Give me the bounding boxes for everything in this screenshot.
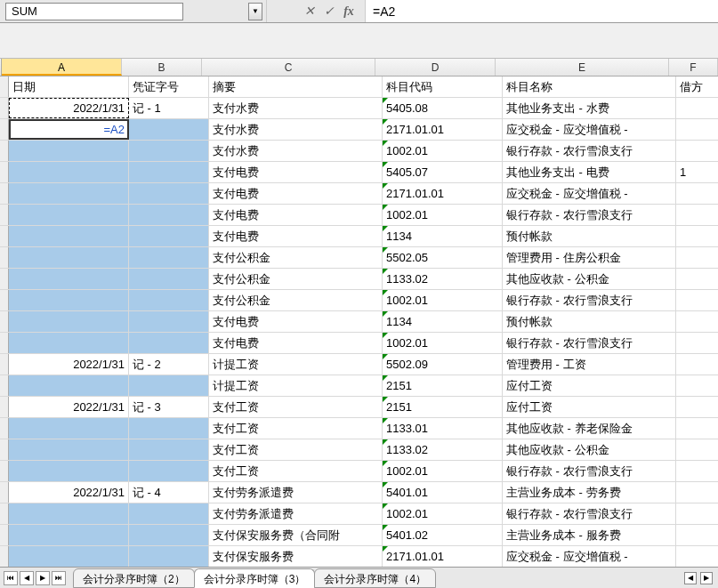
cell[interactable] — [676, 397, 718, 417]
cell[interactable]: 摘要 — [209, 77, 383, 97]
cell[interactable]: 1002.01 — [383, 333, 503, 353]
cell[interactable]: 银行存款 - 农行雪浪支行 — [503, 503, 676, 524]
cell[interactable]: 支付公积金 — [209, 269, 383, 289]
cell[interactable]: 主营业务成本 - 服务费 — [503, 525, 676, 545]
cell[interactable]: 其他应收款 - 养老保险金 — [503, 418, 676, 439]
cell[interactable]: 1133.01 — [383, 418, 503, 439]
cell[interactable] — [676, 461, 718, 481]
cell[interactable]: 银行存款 - 农行雪浪支行 — [503, 205, 676, 225]
cell[interactable]: 1002.01 — [383, 290, 503, 310]
cell[interactable]: 银行存款 - 农行雪浪支行 — [503, 141, 676, 161]
cell[interactable]: 主营业务成本 - 劳务费 — [503, 482, 676, 503]
row-lead[interactable] — [0, 162, 9, 182]
cell[interactable] — [9, 141, 129, 161]
cell[interactable]: 支付电费 — [209, 226, 383, 246]
cell[interactable]: 支付保安服务费（合同附 — [209, 525, 383, 545]
cell[interactable]: 凭证字号 — [129, 77, 209, 97]
row-lead[interactable] — [0, 77, 9, 97]
row-lead[interactable] — [0, 333, 9, 353]
tab-prev-icon[interactable]: ◀ — [20, 571, 34, 585]
cell[interactable] — [676, 183, 718, 204]
cell[interactable]: 记 - 4 — [129, 482, 209, 503]
cell[interactable] — [676, 333, 718, 353]
cell[interactable]: 1134 — [383, 311, 503, 332]
cell[interactable]: 日期 — [9, 77, 129, 97]
cell[interactable]: 预付帐款 — [503, 226, 676, 246]
cell[interactable] — [129, 333, 209, 353]
cell[interactable]: 支付劳务派遣费 — [209, 503, 383, 524]
cell[interactable]: 管理费用 - 工资 — [503, 354, 676, 375]
cell[interactable] — [129, 247, 209, 268]
cell[interactable]: 其他应收款 - 公积金 — [503, 439, 676, 460]
cell[interactable] — [129, 290, 209, 310]
cell[interactable] — [129, 119, 209, 140]
row-lead[interactable] — [0, 354, 9, 375]
cell[interactable]: 银行存款 - 农行雪浪支行 — [503, 333, 676, 353]
cell[interactable] — [9, 183, 129, 204]
cell[interactable]: 5401.02 — [383, 525, 503, 545]
cell[interactable]: 1002.01 — [383, 141, 503, 161]
row-lead[interactable] — [0, 397, 9, 417]
row-lead[interactable] — [0, 375, 9, 396]
col-head-C[interactable]: C — [202, 59, 375, 76]
cell[interactable] — [129, 461, 209, 481]
cell[interactable]: 支付水费 — [209, 141, 383, 161]
tab-last-icon[interactable]: ⏭ — [52, 571, 66, 585]
cell[interactable]: 支付电费 — [209, 183, 383, 204]
cell[interactable] — [676, 354, 718, 375]
cell[interactable] — [9, 461, 129, 481]
tab-first-icon[interactable]: ⏮ — [4, 571, 18, 585]
sheet-tab[interactable]: 会计分录序时簿（4） — [314, 568, 436, 588]
accept-icon[interactable]: ✓ — [322, 4, 336, 19]
cell[interactable]: 应交税金 - 应交增值税 - — [503, 119, 676, 140]
cell[interactable] — [129, 183, 209, 204]
row-lead[interactable] — [0, 290, 9, 310]
cell[interactable] — [129, 226, 209, 246]
cell[interactable] — [676, 141, 718, 161]
cell[interactable]: 应付工资 — [503, 397, 676, 417]
spreadsheet-grid[interactable]: 日期凭证字号摘要科目代码科目名称借方2022/1/31记 - 1支付水费5405… — [0, 77, 718, 568]
col-head-A[interactable]: A — [2, 59, 122, 76]
cell[interactable]: 银行存款 - 农行雪浪支行 — [503, 461, 676, 481]
cell[interactable]: 记 - 2 — [129, 354, 209, 375]
cell[interactable] — [676, 503, 718, 524]
hscroll-left-icon[interactable]: ◀ — [684, 572, 697, 584]
row-lead[interactable] — [0, 311, 9, 332]
cell[interactable]: 计提工资 — [209, 354, 383, 375]
cell[interactable]: 支付工资 — [209, 439, 383, 460]
cell[interactable] — [129, 375, 209, 396]
cell[interactable] — [676, 119, 718, 140]
cell[interactable]: 1134 — [383, 226, 503, 246]
cell[interactable] — [9, 269, 129, 289]
cell[interactable]: 支付工资 — [209, 461, 383, 481]
cell[interactable] — [129, 546, 209, 567]
cell[interactable]: 预付帐款 — [503, 311, 676, 332]
cell[interactable]: 2171.01.01 — [383, 119, 503, 140]
cell[interactable]: 1002.01 — [383, 503, 503, 524]
cell[interactable]: 支付工资 — [209, 418, 383, 439]
cell[interactable] — [9, 205, 129, 225]
row-lead[interactable] — [0, 482, 9, 503]
cancel-icon[interactable]: ✕ — [303, 4, 317, 19]
cell[interactable] — [676, 546, 718, 567]
row-lead[interactable] — [0, 525, 9, 545]
formula-input[interactable]: =A2 — [366, 0, 718, 22]
cell[interactable]: 2022/1/31 — [9, 397, 129, 417]
cell[interactable]: 支付保安服务费 — [209, 546, 383, 567]
sheet-tab[interactable]: 会计分录序时簿（3） — [194, 568, 316, 588]
cell[interactable]: 支付电费 — [209, 311, 383, 332]
cell[interactable] — [129, 269, 209, 289]
cell[interactable]: 2022/1/31 — [9, 354, 129, 375]
cell[interactable]: 5405.08 — [383, 98, 503, 118]
cell[interactable]: 银行存款 - 农行雪浪支行 — [503, 290, 676, 310]
cell[interactable]: 支付公积金 — [209, 247, 383, 268]
cell[interactable]: 计提工资 — [209, 375, 383, 396]
cell[interactable] — [676, 205, 718, 225]
row-lead[interactable] — [0, 141, 9, 161]
cell[interactable]: 记 - 3 — [129, 397, 209, 417]
col-head-D[interactable]: D — [375, 59, 496, 76]
cell[interactable] — [676, 311, 718, 332]
cell[interactable]: 1002.01 — [383, 461, 503, 481]
cell[interactable]: 支付水费 — [209, 98, 383, 118]
cell[interactable]: 支付电费 — [209, 205, 383, 225]
